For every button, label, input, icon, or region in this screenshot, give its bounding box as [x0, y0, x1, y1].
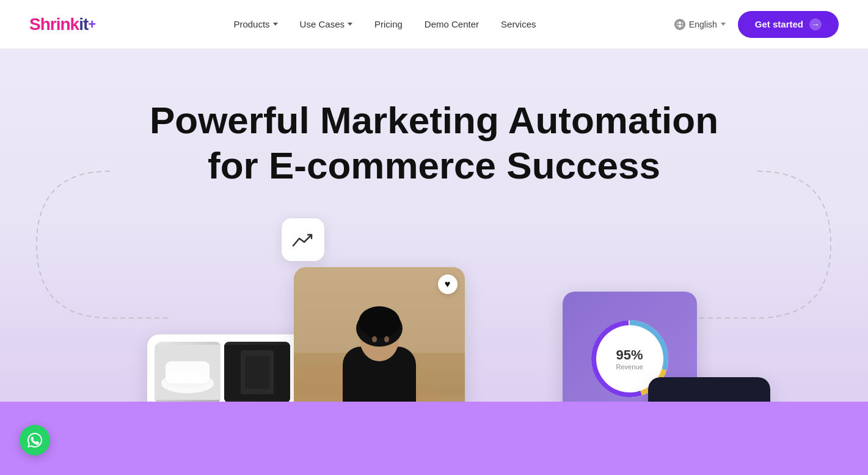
logo-it: it — [79, 15, 88, 34]
svg-rect-9 — [245, 356, 269, 389]
use-cases-chevron-icon — [348, 23, 352, 26]
product-cell-2 — [224, 342, 290, 403]
whatsapp-button[interactable] — [20, 425, 50, 455]
nav-services[interactable]: Services — [501, 19, 536, 29]
language-chevron-icon — [721, 23, 726, 26]
svg-point-29 — [359, 306, 400, 338]
navbar: Shrink it+ Products Use Cases Pricing De… — [0, 0, 868, 49]
arrow-right-icon: → — [809, 18, 822, 31]
logo-shrink: Shrink — [29, 15, 79, 34]
trending-up-icon — [292, 231, 314, 248]
nav-products[interactable]: Products — [233, 19, 277, 29]
svg-point-30 — [372, 336, 377, 342]
hero-title-line2: for E-commerce Success — [208, 144, 660, 186]
nav-center: Products Use Cases Pricing Demo Center S… — [233, 19, 536, 29]
nav-use-cases[interactable]: Use Cases — [300, 19, 352, 29]
nav-demo-center[interactable]: Demo Center — [425, 19, 479, 29]
hero-section: Powerful Marketing Automation for E-comm… — [0, 49, 868, 475]
hero-title: Powerful Marketing Automation for E-comm… — [150, 98, 718, 189]
purple-strip — [0, 402, 868, 475]
whatsapp-icon — [27, 433, 42, 447]
trending-card — [282, 218, 324, 261]
logo[interactable]: Shrink it+ — [29, 15, 95, 34]
get-started-button[interactable]: Get started → — [738, 11, 839, 38]
heart-icon: ♥ — [445, 279, 451, 290]
svg-point-31 — [384, 336, 389, 342]
heart-icon-badge[interactable]: ♥ — [438, 274, 458, 294]
revenue-percent: 95% — [616, 347, 643, 363]
globe-icon — [674, 19, 685, 30]
logo-plus: + — [88, 17, 95, 32]
products-chevron-icon — [273, 23, 278, 26]
language-selector[interactable]: English — [674, 19, 726, 30]
hero-title-line1: Powerful Marketing Automation — [150, 99, 718, 141]
product-cell-1 — [155, 342, 221, 403]
revenue-label: Revenue — [616, 363, 643, 370]
nav-pricing[interactable]: Pricing — [374, 19, 403, 29]
svg-rect-6 — [166, 361, 210, 383]
navbar-right: English Get started → — [674, 11, 839, 38]
language-label: English — [689, 20, 717, 29]
